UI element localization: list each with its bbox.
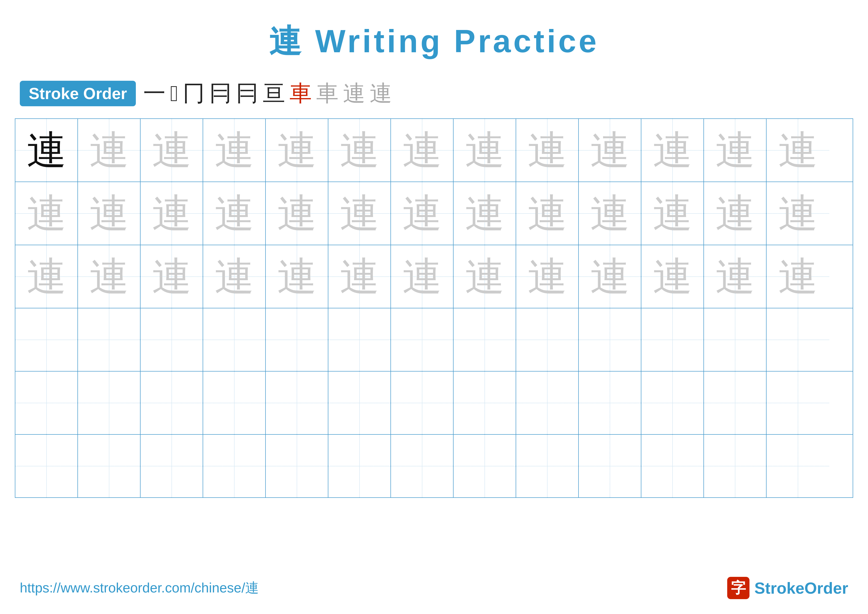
- grid-cell-4-3[interactable]: [141, 308, 203, 371]
- grid-cell-4-4[interactable]: [203, 308, 266, 371]
- stroke-order-section: Stroke Order 一 𠃌 冂 冃 冃 亘 車 車 連 連: [20, 78, 848, 109]
- grid-cell-2-6[interactable]: 連: [329, 182, 391, 245]
- grid-cell-6-12[interactable]: [704, 435, 767, 497]
- grid-cell-1-4[interactable]: 連: [203, 119, 266, 182]
- grid-cell-3-3[interactable]: 連: [141, 245, 203, 308]
- grid-cell-1-1[interactable]: 連: [16, 119, 78, 182]
- stroke-6: 亘: [263, 78, 285, 109]
- grid-cell-5-1[interactable]: [16, 372, 78, 434]
- grid-cell-1-3[interactable]: 連: [141, 119, 203, 182]
- grid-cell-2-8[interactable]: 連: [454, 182, 516, 245]
- stroke-sequence: 一 𠃌 冂 冃 冃 亘 車 車 連 連: [143, 78, 392, 109]
- grid-cell-4-7[interactable]: [391, 308, 454, 371]
- grid-cell-6-10[interactable]: [579, 435, 641, 497]
- grid-cell-2-4[interactable]: 連: [203, 182, 266, 245]
- grid-cell-4-10[interactable]: [579, 308, 641, 371]
- grid-cell-3-7[interactable]: 連: [391, 245, 454, 308]
- grid-cell-5-10[interactable]: [579, 372, 641, 434]
- grid-cell-6-5[interactable]: [266, 435, 329, 497]
- logo-icon: 字: [727, 577, 749, 599]
- stroke-3: 冂: [183, 78, 205, 109]
- grid-cell-2-3[interactable]: 連: [141, 182, 203, 245]
- logo-order: Order: [804, 579, 848, 597]
- grid-cell-1-13[interactable]: 連: [767, 119, 829, 182]
- stroke-2: 𠃌: [170, 81, 178, 106]
- grid-cell-5-2[interactable]: [78, 372, 141, 434]
- grid-cell-2-12[interactable]: 連: [704, 182, 767, 245]
- stroke-10: 連: [370, 78, 392, 109]
- grid-cell-3-8[interactable]: 連: [454, 245, 516, 308]
- grid-cell-4-8[interactable]: [454, 308, 516, 371]
- grid-cell-2-1[interactable]: 連: [16, 182, 78, 245]
- grid-cell-4-5[interactable]: [266, 308, 329, 371]
- grid-cell-5-8[interactable]: [454, 372, 516, 434]
- grid-cell-5-7[interactable]: [391, 372, 454, 434]
- grid-cell-6-13[interactable]: [767, 435, 829, 497]
- grid-cell-1-10[interactable]: 連: [579, 119, 641, 182]
- footer-url[interactable]: https://www.strokeorder.com/chinese/連: [20, 579, 259, 597]
- grid-row-2: 連 連 連 連 連 連 連 連 連 連 連 連 連: [16, 182, 852, 245]
- grid-cell-4-12[interactable]: [704, 308, 767, 371]
- grid-cell-2-10[interactable]: 連: [579, 182, 641, 245]
- grid-cell-2-11[interactable]: 連: [641, 182, 704, 245]
- stroke-7: 車: [290, 78, 312, 109]
- grid-cell-6-2[interactable]: [78, 435, 141, 497]
- grid-cell-5-12[interactable]: [704, 372, 767, 434]
- grid-cell-3-9[interactable]: 連: [516, 245, 579, 308]
- stroke-1: 一: [143, 78, 166, 109]
- grid-cell-1-5[interactable]: 連: [266, 119, 329, 182]
- grid-cell-3-2[interactable]: 連: [78, 245, 141, 308]
- grid-row-1: 連 連 連 連 連 連 連 連 連 連 連 連 連: [16, 119, 852, 182]
- grid-cell-5-13[interactable]: [767, 372, 829, 434]
- grid-cell-6-3[interactable]: [141, 435, 203, 497]
- grid-cell-5-11[interactable]: [641, 372, 704, 434]
- grid-cell-3-12[interactable]: 連: [704, 245, 767, 308]
- grid-cell-1-2[interactable]: 連: [78, 119, 141, 182]
- grid-cell-2-2[interactable]: 連: [78, 182, 141, 245]
- grid-cell-2-13[interactable]: 連: [767, 182, 829, 245]
- grid-row-5: [16, 372, 852, 435]
- stroke-9: 連: [343, 78, 365, 109]
- grid-cell-4-9[interactable]: [516, 308, 579, 371]
- grid-cell-5-5[interactable]: [266, 372, 329, 434]
- stroke-order-badge: Stroke Order: [20, 81, 136, 106]
- grid-cell-6-9[interactable]: [516, 435, 579, 497]
- grid-cell-6-1[interactable]: [16, 435, 78, 497]
- grid-cell-4-13[interactable]: [767, 308, 829, 371]
- grid-cell-5-9[interactable]: [516, 372, 579, 434]
- stroke-4: 冃: [209, 78, 232, 109]
- practice-char-dark: 連: [27, 131, 66, 170]
- grid-cell-4-2[interactable]: [78, 308, 141, 371]
- grid-cell-2-7[interactable]: 連: [391, 182, 454, 245]
- grid-cell-1-9[interactable]: 連: [516, 119, 579, 182]
- grid-cell-1-11[interactable]: 連: [641, 119, 704, 182]
- grid-cell-6-4[interactable]: [203, 435, 266, 497]
- grid-cell-3-5[interactable]: 連: [266, 245, 329, 308]
- grid-row-3: 連 連 連 連 連 連 連 連 連 連 連 連 連: [16, 245, 852, 308]
- grid-cell-3-11[interactable]: 連: [641, 245, 704, 308]
- grid-cell-2-9[interactable]: 連: [516, 182, 579, 245]
- grid-cell-1-12[interactable]: 連: [704, 119, 767, 182]
- grid-cell-3-4[interactable]: 連: [203, 245, 266, 308]
- grid-cell-6-7[interactable]: [391, 435, 454, 497]
- grid-cell-2-5[interactable]: 連: [266, 182, 329, 245]
- grid-cell-5-3[interactable]: [141, 372, 203, 434]
- grid-cell-3-6[interactable]: 連: [329, 245, 391, 308]
- grid-cell-1-7[interactable]: 連: [391, 119, 454, 182]
- grid-cell-5-4[interactable]: [203, 372, 266, 434]
- grid-cell-4-11[interactable]: [641, 308, 704, 371]
- grid-cell-3-10[interactable]: 連: [579, 245, 641, 308]
- grid-cell-6-8[interactable]: [454, 435, 516, 497]
- grid-cell-1-8[interactable]: 連: [454, 119, 516, 182]
- grid-cell-3-1[interactable]: 連: [16, 245, 78, 308]
- grid-cell-4-1[interactable]: [16, 308, 78, 371]
- practice-grid: 連 連 連 連 連 連 連 連 連 連 連 連 連 連 連 連 連 連 連 連 …: [15, 118, 853, 498]
- grid-cell-1-6[interactable]: 連: [329, 119, 391, 182]
- footer-logo: 字 StrokeOrder: [727, 577, 848, 599]
- grid-cell-4-6[interactable]: [329, 308, 391, 371]
- grid-cell-6-11[interactable]: [641, 435, 704, 497]
- grid-cell-5-6[interactable]: [329, 372, 391, 434]
- page-title: 連 Writing Practice: [0, 0, 868, 64]
- grid-cell-6-6[interactable]: [329, 435, 391, 497]
- grid-cell-3-13[interactable]: 連: [767, 245, 829, 308]
